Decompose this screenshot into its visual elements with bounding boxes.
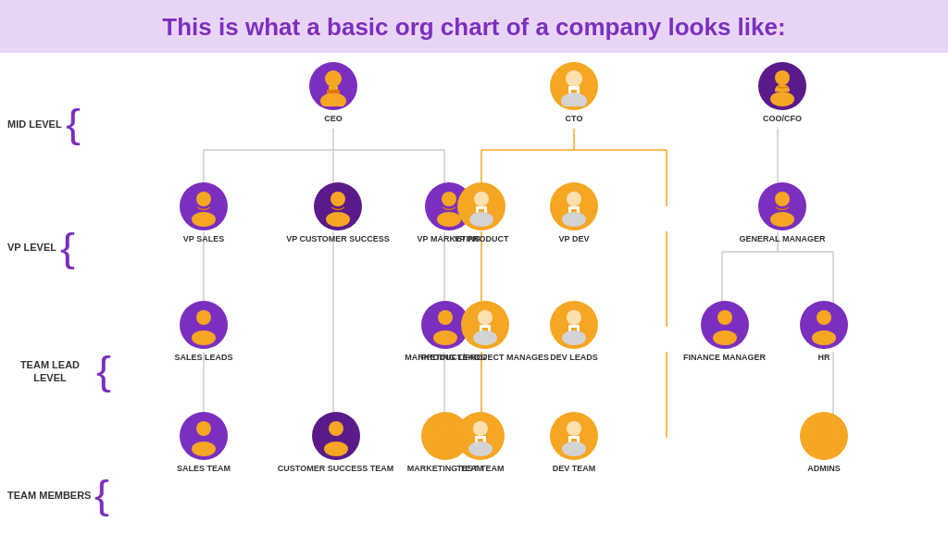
label-coo: COO/CFO (763, 114, 802, 124)
avatar-test-team (456, 412, 505, 460)
team-members-brace: { (94, 476, 109, 516)
main-content: MID LEVEL { VP LEVEL { TEAM LEAD LEVEL {… (0, 53, 948, 557)
node-vp-product: VP PRODUCT (444, 182, 518, 244)
avatar-cs-team (312, 412, 360, 460)
avatar-dev-leads (550, 301, 598, 349)
avatar-ppm (461, 301, 509, 349)
label-ppm: PRODUCT/PROJECT MANAGES (421, 353, 549, 363)
svg-point-79 (562, 442, 586, 456)
avatar-vp-sales (180, 182, 228, 230)
avatar-finance (701, 301, 749, 349)
avatar-gm (758, 182, 806, 230)
node-dev-leads: DEV LEADS (537, 301, 611, 363)
node-cto: CTO (537, 62, 611, 124)
vp-level-label-row: VP LEVEL { (7, 186, 111, 310)
svg-point-40 (474, 192, 489, 206)
team-lead-label: TEAM LEAD LEVEL (7, 358, 93, 385)
label-hr: HR (818, 353, 830, 363)
node-sales-team: SALES TEAM (167, 412, 241, 474)
node-test-team: TEST TEAM (439, 412, 522, 474)
svg-point-24 (325, 70, 342, 87)
node-coo: COO/CFO (741, 62, 824, 124)
node-vp-sales: VP SALES (167, 182, 241, 244)
avatar-admins (800, 412, 848, 460)
avatar-coo (758, 62, 806, 110)
node-hr: HR (787, 301, 861, 363)
svg-point-48 (775, 192, 790, 206)
svg-point-61 (562, 330, 586, 345)
svg-point-76 (567, 421, 581, 436)
node-gm: GENERAL MANAGER (736, 182, 829, 244)
svg-point-62 (717, 310, 732, 325)
svg-point-75 (468, 442, 493, 456)
svg-point-37 (326, 212, 350, 227)
svg-point-69 (324, 442, 348, 456)
avatar-vp-product (457, 182, 505, 230)
mid-level-brace: { (66, 104, 81, 143)
node-dev-team: DEV TEAM (537, 412, 611, 474)
label-finance: FINANCE MANAGER (683, 353, 766, 363)
svg-point-54 (478, 310, 493, 325)
level-labels: MID LEVEL { VP LEVEL { TEAM LEAD LEVEL {… (0, 53, 111, 557)
svg-point-28 (566, 70, 582, 87)
team-lead-label-row: TEAM LEAD LEVEL { (7, 310, 111, 434)
svg-point-33 (770, 92, 794, 106)
page-title: This is what a basic org chart of a comp… (0, 13, 948, 42)
node-finance: FINANCE MANAGER (680, 301, 768, 363)
label-ceo: CEO (324, 114, 343, 124)
node-vp-cs: VP CUSTOMER SUCCESS (296, 182, 380, 244)
node-sales-leads: SALES LEADS (167, 301, 241, 363)
label-gm: GENERAL MANAGER (740, 234, 826, 244)
label-dev-leads: DEV LEADS (550, 353, 598, 363)
node-ceo: CEO (296, 62, 370, 124)
mid-level-label: MID LEVEL (7, 118, 62, 131)
label-sales-team: SALES TEAM (177, 464, 231, 474)
svg-point-57 (473, 330, 497, 345)
svg-point-44 (567, 192, 581, 206)
svg-point-25 (320, 93, 346, 106)
label-vp-cs: VP CUSTOMER SUCCESS (286, 234, 390, 244)
avatar-hr (800, 301, 848, 349)
svg-point-36 (331, 192, 345, 206)
team-members-label: TEAM MEMBERS (7, 489, 91, 502)
svg-point-31 (561, 93, 587, 106)
org-chart: CEO CTO (111, 53, 948, 557)
label-admins: ADMINS (807, 464, 841, 474)
svg-point-63 (713, 330, 737, 345)
avatar-vp-dev (550, 182, 598, 230)
avatar-dev-team (550, 412, 598, 460)
svg-point-34 (196, 192, 211, 206)
label-cs-team: CUSTOMER SUCCESS TEAM (278, 464, 393, 474)
node-admins: ADMINS (787, 412, 861, 474)
svg-point-58 (567, 310, 581, 325)
svg-point-50 (196, 310, 211, 325)
vp-level-label: VP LEVEL (7, 241, 56, 254)
svg-point-80 (817, 421, 831, 436)
page-header: This is what a basic org chart of a comp… (0, 0, 948, 53)
svg-point-81 (812, 442, 836, 456)
node-vp-dev: VP DEV (537, 182, 611, 244)
label-cto: CTO (566, 114, 583, 124)
avatar-sales-leads (180, 301, 228, 349)
label-vp-product: VP PRODUCT (455, 234, 509, 244)
svg-point-72 (473, 421, 488, 436)
label-dev-team: DEV TEAM (553, 464, 596, 474)
node-ppm: PRODUCT/PROJECT MANAGES (439, 301, 531, 363)
avatar-sales-team (180, 412, 228, 460)
mid-level-label-row: MID LEVEL { (7, 62, 111, 186)
svg-point-68 (329, 421, 343, 436)
avatar-cto (550, 62, 598, 110)
svg-point-66 (196, 421, 211, 436)
svg-point-47 (562, 212, 586, 227)
label-vp-sales: VP SALES (183, 234, 224, 244)
avatar-vp-cs (314, 182, 362, 230)
svg-point-49 (770, 212, 794, 227)
team-members-label-row: TEAM MEMBERS { (7, 433, 111, 557)
label-test-team: TEST TEAM (457, 464, 505, 474)
vp-level-brace: { (60, 228, 75, 268)
svg-point-65 (812, 330, 836, 345)
svg-point-43 (469, 212, 493, 227)
svg-point-67 (192, 442, 216, 456)
label-sales-leads: SALES LEADS (174, 353, 232, 363)
svg-point-35 (192, 212, 216, 227)
